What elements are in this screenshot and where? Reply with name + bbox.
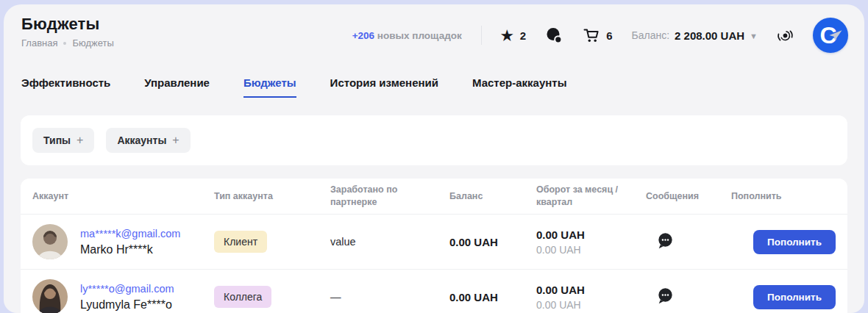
star-icon: ★	[501, 29, 513, 43]
broadcast-icon	[775, 25, 796, 46]
balance-label: Баланс:	[631, 29, 669, 41]
account-type-badge: Клиент	[214, 231, 267, 253]
avatar	[32, 224, 68, 259]
account-email[interactable]: ly*****o@gmail.com	[80, 283, 174, 295]
filter-types-chip[interactable]: Типы +	[32, 128, 94, 153]
account-type-badge: Коллега	[214, 286, 271, 308]
topup-button[interactable]: Пополнить	[753, 285, 836, 309]
balance-cell: 0.00 UAH	[449, 291, 536, 303]
chat-button[interactable]	[545, 26, 563, 44]
page-title: Бюджеты	[21, 15, 264, 34]
col-messages: Сообщения	[646, 190, 731, 203]
earned-value: value	[330, 236, 449, 248]
filter-accounts-chip[interactable]: Аккаунты +	[106, 128, 190, 153]
tab-budgets[interactable]: Бюджеты	[243, 76, 296, 98]
breadcrumb-home[interactable]: Главная	[21, 37, 57, 48]
col-balance: Баланс	[449, 190, 536, 203]
table-row: ma*****k@gmail.com Marko Hr****k Клиент …	[21, 214, 847, 269]
turnover-quarter: 0.00 UAH	[536, 244, 646, 256]
header-actions: +206 новых площадок ★ 2 6	[264, 15, 848, 56]
tab-history[interactable]: История изменений	[330, 76, 438, 98]
new-platforms-label: новых площадок	[377, 30, 462, 41]
topup-button[interactable]: Пополнить	[753, 230, 836, 254]
account-email[interactable]: ma*****k@gmail.com	[80, 228, 180, 240]
tab-bar: Эффективность Управление Бюджеты История…	[4, 76, 864, 98]
col-account: Аккаунт	[32, 190, 214, 203]
favorites-count: 2	[520, 29, 526, 42]
cart-count: 6	[606, 29, 612, 42]
account-cell: ly*****o@gmail.com Lyudmyla Fe****o	[32, 279, 214, 313]
col-earned: Заработано по партнерке	[330, 184, 449, 209]
balance-cell: 0.00 UAH	[449, 236, 536, 248]
breadcrumb-current: Бюджеты	[72, 37, 113, 48]
account-cell: ma*****k@gmail.com Marko Hr****k	[32, 224, 214, 259]
table-row: ly*****o@gmail.com Lyudmyla Fe****o Колл…	[21, 269, 847, 313]
filters-panel: Типы + Аккаунты +	[21, 115, 847, 165]
col-topup: Пополнить	[731, 190, 836, 203]
plus-icon: +	[77, 134, 83, 146]
chevron-down-icon: ▼	[750, 32, 758, 40]
message-button[interactable]	[656, 231, 675, 250]
filter-types-label: Типы	[43, 134, 71, 146]
chat-icon	[545, 26, 563, 44]
page-header: Бюджеты Главная Бюджеты +206 новых площа…	[4, 4, 864, 56]
app-logo[interactable]: C	[813, 18, 848, 53]
filter-accounts-label: Аккаунты	[117, 134, 166, 146]
header-divider	[481, 26, 482, 45]
breadcrumb-separator	[63, 42, 66, 45]
account-name: Lyudmyla Fe****o	[80, 298, 174, 312]
new-platforms-link[interactable]: +206 новых площадок	[352, 30, 462, 41]
balance-dropdown[interactable]: Баланс: 2 208.00 UAH ▼	[631, 29, 758, 42]
message-bubble-icon	[656, 231, 675, 250]
turnover-month: 0.00 UAH	[536, 229, 646, 241]
broadcast-button[interactable]	[777, 27, 794, 44]
col-turnover: Оборот за месяц / квартал	[536, 184, 646, 209]
turnover-month: 0.00 UAH	[536, 284, 646, 296]
cart-counter[interactable]: 6	[582, 26, 612, 44]
breadcrumb: Главная Бюджеты	[21, 37, 264, 48]
plus-icon: +	[172, 134, 179, 146]
tab-effectiveness[interactable]: Эффективность	[21, 76, 110, 98]
account-name: Marko Hr****k	[80, 243, 180, 256]
balance-value: 2 208.00 UAH	[675, 29, 744, 42]
tab-management[interactable]: Управление	[144, 76, 210, 98]
col-account-type: Тип аккаунта	[214, 190, 330, 203]
tab-master-accounts[interactable]: Мастер-аккаунты	[472, 76, 566, 98]
earned-value: —	[330, 291, 449, 303]
table-header-row: Аккаунт Тип аккаунта Заработано по партн…	[21, 179, 847, 214]
turnover-quarter: 0.00 UAH	[536, 299, 646, 311]
accounts-table: Аккаунт Тип аккаунта Заработано по партн…	[21, 179, 847, 313]
message-bubble-icon	[656, 287, 675, 305]
app-window: Бюджеты Главная Бюджеты +206 новых площа…	[4, 4, 864, 313]
favorites-counter[interactable]: ★ 2	[501, 29, 526, 43]
title-block: Бюджеты Главная Бюджеты	[21, 15, 264, 48]
new-platforms-count: +206	[352, 30, 374, 41]
cart-icon	[582, 26, 600, 44]
paper-plane-icon	[828, 29, 843, 42]
message-button[interactable]	[656, 287, 675, 305]
avatar	[32, 279, 68, 313]
